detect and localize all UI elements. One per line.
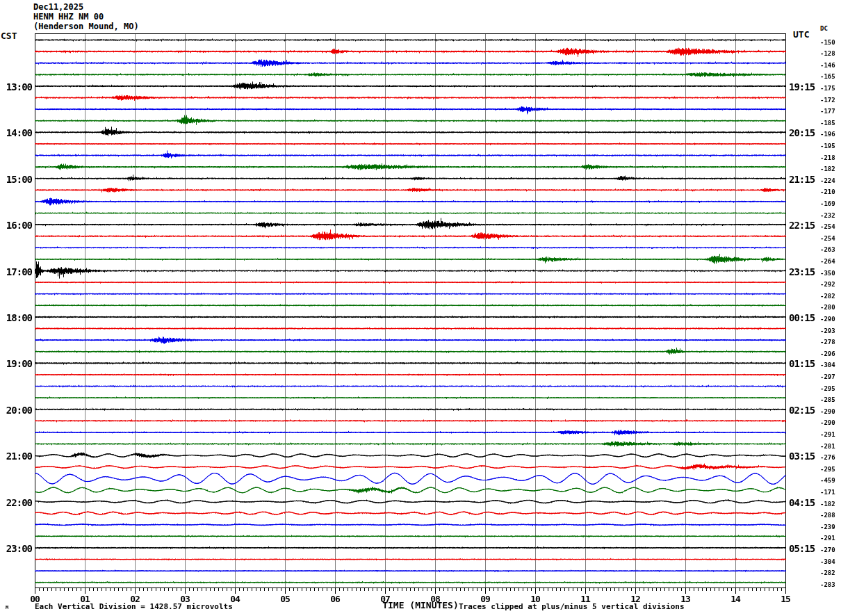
helicorder-page: { "header": { "date_line": "Dec11,2025",… <box>0 0 841 616</box>
cst-hour-label: 17:00 <box>0 266 32 277</box>
utc-time-label: 22:15 <box>789 220 821 231</box>
utc-time-label: 01:15 <box>789 358 821 369</box>
dc-offset-value: -146 <box>820 62 841 69</box>
dc-offset-value: -177 <box>820 108 841 115</box>
dc-offset-value: -150 <box>820 39 841 46</box>
dc-offset-value: -291 <box>820 431 841 438</box>
clip-note: Traces clipped at plus/minus 5 vertical … <box>459 602 685 611</box>
dc-offset-value: -165 <box>820 73 841 80</box>
dc-offset-value: -210 <box>820 188 841 195</box>
dc-offset-value: -218 <box>820 154 841 161</box>
dc-offset-value: -263 <box>820 246 841 253</box>
dc-offset-value: -280 <box>820 304 841 311</box>
dc-offset-value: -281 <box>820 443 841 450</box>
dc-offset-value: -175 <box>820 85 841 92</box>
dc-offset-value: -293 <box>820 327 841 334</box>
dc-offset-value: -290 <box>820 419 841 426</box>
dc-offset-value: -171 <box>820 489 841 496</box>
cst-hour-label: 20:00 <box>0 405 32 416</box>
utc-time-label: 23:15 <box>789 266 821 277</box>
dc-offset-value: -285 <box>820 396 841 403</box>
scale-note: Each Vertical Division = 1428.57 microvo… <box>35 602 233 611</box>
x-tick-label: 15 <box>775 594 796 604</box>
dc-offset-value: -196 <box>820 131 841 138</box>
dc-offset-value: -172 <box>820 97 841 104</box>
x-tick-label: 05 <box>275 594 295 604</box>
dc-offset-value: -288 <box>820 512 841 519</box>
dc-offset-value: -239 <box>820 524 841 530</box>
dc-offset-value: -185 <box>820 120 841 127</box>
helicorder-trace-canvas <box>0 0 841 616</box>
dc-offset-value: -290 <box>820 316 841 323</box>
utc-time-label: 21:15 <box>789 174 821 185</box>
utc-time-label: 04:15 <box>789 497 821 508</box>
dc-offset-value: -459 <box>820 477 841 484</box>
dc-offset-value: -292 <box>820 281 841 288</box>
dc-offset-value: -128 <box>820 50 841 57</box>
dc-offset-value: -295 <box>820 385 841 392</box>
dc-offset-value: -278 <box>820 339 841 346</box>
dc-offset-value: -254 <box>820 235 841 242</box>
dc-offset-value: -270 <box>820 546 841 553</box>
cst-hour-label: 21:00 <box>0 451 32 462</box>
dc-offset-value: -282 <box>820 293 841 300</box>
dc-offset-value: -283 <box>820 581 841 588</box>
cst-hour-label: 23:00 <box>0 543 32 554</box>
utc-time-label: 05:15 <box>789 543 821 554</box>
dc-offset-value: -182 <box>820 165 841 172</box>
dc-offset-value: -254 <box>820 223 841 230</box>
cst-hour-label: 15:00 <box>0 174 32 185</box>
cst-hour-label: 19:00 <box>0 358 32 369</box>
corner-mark: M <box>6 605 8 610</box>
dc-offset-value: -297 <box>820 373 841 380</box>
dc-offset-value: -232 <box>820 212 841 219</box>
dc-offset-value: -290 <box>820 408 841 415</box>
dc-offset-value: -296 <box>820 350 841 357</box>
dc-offset-value: -195 <box>820 143 841 149</box>
dc-offset-value: -291 <box>820 535 841 542</box>
cst-hour-label: 14:00 <box>0 127 32 138</box>
dc-offset-value: -169 <box>820 200 841 207</box>
dc-offset-value: -264 <box>820 258 841 265</box>
cst-hour-label: 13:00 <box>0 81 32 92</box>
dc-offset-value: -350 <box>820 270 841 277</box>
dc-offset-value: -182 <box>820 501 841 508</box>
utc-time-label: 03:15 <box>789 451 821 462</box>
dc-offset-value: -282 <box>820 569 841 576</box>
utc-time-label: 20:15 <box>789 127 821 138</box>
cst-hour-label: 22:00 <box>0 497 32 508</box>
dc-offset-value: -304 <box>820 362 841 368</box>
utc-time-label: 00:15 <box>789 312 821 323</box>
dc-offset-value: -276 <box>820 454 841 461</box>
dc-offset-value: -295 <box>820 466 841 473</box>
x-tick-label: 14 <box>725 594 746 604</box>
dc-offset-value: -224 <box>820 177 841 184</box>
cst-hour-label: 18:00 <box>0 312 32 323</box>
utc-time-label: 02:15 <box>789 405 821 416</box>
utc-time-label: 19:15 <box>789 81 821 92</box>
cst-hour-label: 16:00 <box>0 220 32 231</box>
dc-offset-value: -304 <box>820 558 841 565</box>
